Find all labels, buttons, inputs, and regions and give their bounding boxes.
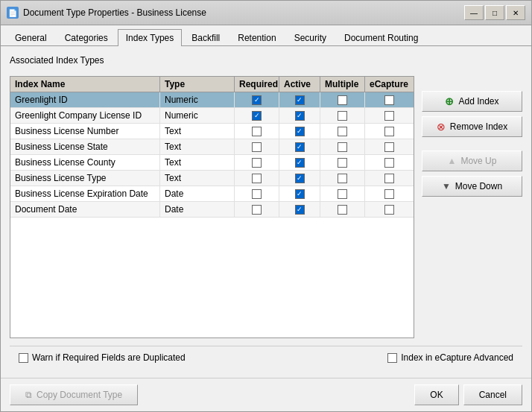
th-ecapture: eCapture	[365, 77, 414, 92]
tab-categories[interactable]: Categories	[57, 29, 116, 46]
warn-duplicated-checkbox[interactable]	[19, 353, 28, 363]
cell-multiple-0[interactable]	[320, 92, 365, 107]
cell-required-6[interactable]	[235, 186, 279, 201]
cell-required-3[interactable]	[235, 139, 279, 154]
cell-active-2[interactable]	[279, 124, 320, 139]
checkbox-multiple-1[interactable]	[338, 111, 347, 121]
table-row[interactable]: Document Date Date	[10, 202, 414, 218]
table-row[interactable]: Business License Number Text	[10, 124, 414, 139]
index-ecapture-checkbox[interactable]	[387, 353, 397, 363]
table-row[interactable]: Business License Type Text	[10, 171, 414, 186]
checkbox-active-1[interactable]	[295, 111, 305, 121]
cancel-button[interactable]: Cancel	[463, 384, 522, 405]
checkbox-active-4[interactable]	[295, 158, 305, 168]
tab-retention[interactable]: Retention	[229, 29, 284, 46]
cell-ecapture-7[interactable]	[365, 202, 414, 217]
checkbox-multiple-4[interactable]	[338, 158, 347, 168]
maximize-button[interactable]: □	[485, 5, 504, 20]
tab-document-routing[interactable]: Document Routing	[336, 29, 426, 46]
table-row[interactable]: Greenlight ID Numeric	[10, 92, 414, 108]
tab-index-types[interactable]: Index Types	[118, 29, 183, 46]
cell-required-1[interactable]	[235, 108, 279, 123]
checkbox-active-2[interactable]	[295, 127, 305, 136]
checkbox-ecapture-5[interactable]	[384, 174, 394, 183]
cell-multiple-6[interactable]	[320, 186, 365, 201]
table-row[interactable]: Business License County Text	[10, 155, 414, 171]
checkbox-multiple-5[interactable]	[338, 174, 347, 183]
checkbox-required-1[interactable]	[252, 111, 262, 121]
add-icon: ⊕	[445, 95, 454, 107]
checkbox-ecapture-3[interactable]	[384, 142, 394, 152]
checkbox-active-6[interactable]	[295, 189, 305, 199]
table-row[interactable]: Greenlight Company License ID Numeric	[10, 108, 414, 124]
index-table: Index Name Type Required Active Multiple…	[10, 76, 414, 338]
checkbox-ecapture-7[interactable]	[384, 205, 394, 215]
tab-backfill[interactable]: Backfill	[183, 29, 228, 46]
cell-multiple-3[interactable]	[320, 139, 365, 154]
cell-required-7[interactable]	[235, 202, 279, 217]
cell-name-3: Business License State	[10, 139, 160, 154]
cell-active-4[interactable]	[279, 155, 320, 170]
checkbox-multiple-0[interactable]	[338, 95, 347, 105]
checkbox-multiple-3[interactable]	[338, 142, 347, 152]
close-button[interactable]: ✕	[506, 5, 525, 20]
cell-ecapture-3[interactable]	[365, 139, 414, 154]
move-up-button[interactable]: ▲ Move Up	[422, 150, 522, 171]
cell-active-6[interactable]	[279, 186, 320, 201]
cell-multiple-5[interactable]	[320, 171, 365, 186]
checkbox-required-0[interactable]	[252, 95, 262, 105]
remove-index-button[interactable]: ⊗ Remove Index	[422, 116, 522, 137]
warn-duplicated-label[interactable]: Warn if Required Fields are Duplicated	[19, 352, 186, 363]
tab-security[interactable]: Security	[286, 29, 335, 46]
minimize-button[interactable]: —	[464, 5, 484, 20]
index-ecapture-label[interactable]: Index in eCapture Advanced	[387, 352, 513, 363]
checkbox-active-5[interactable]	[295, 174, 305, 183]
cell-required-4[interactable]	[235, 155, 279, 170]
cell-ecapture-1[interactable]	[365, 108, 414, 123]
cell-required-5[interactable]	[235, 171, 279, 186]
checkbox-multiple-6[interactable]	[338, 189, 347, 199]
move-down-button[interactable]: ▼ Move Down	[422, 176, 522, 197]
checkbox-required-4[interactable]	[252, 158, 262, 168]
cell-multiple-1[interactable]	[320, 108, 365, 123]
add-index-button[interactable]: ⊕ Add Index	[422, 91, 522, 112]
checkbox-active-0[interactable]	[295, 95, 305, 105]
ok-button[interactable]: OK	[414, 384, 458, 405]
table-row[interactable]: Business License State Text	[10, 139, 414, 155]
checkbox-multiple-2[interactable]	[338, 127, 347, 136]
checkbox-active-7[interactable]	[295, 205, 305, 215]
cell-type-5: Text	[160, 171, 235, 186]
cell-active-0[interactable]	[279, 92, 320, 107]
cell-ecapture-5[interactable]	[365, 171, 414, 186]
cell-active-3[interactable]	[279, 139, 320, 154]
tab-general[interactable]: General	[7, 29, 55, 46]
checkbox-multiple-7[interactable]	[338, 205, 347, 215]
checkbox-ecapture-6[interactable]	[384, 189, 394, 199]
checkbox-ecapture-4[interactable]	[384, 158, 394, 168]
checkbox-required-7[interactable]	[252, 205, 262, 215]
cell-active-7[interactable]	[279, 202, 320, 217]
checkbox-ecapture-1[interactable]	[384, 111, 394, 121]
checkbox-ecapture-0[interactable]	[384, 95, 394, 105]
cell-required-0[interactable]	[235, 92, 279, 107]
checkbox-active-3[interactable]	[295, 142, 305, 152]
table-row[interactable]: Business License Expiration Date Date	[10, 186, 414, 202]
cell-ecapture-2[interactable]	[365, 124, 414, 139]
th-index-name: Index Name	[10, 77, 160, 92]
copy-document-type-button[interactable]: ⧉ Copy Document Type	[10, 384, 138, 405]
checkbox-required-2[interactable]	[252, 127, 262, 136]
cell-multiple-7[interactable]	[320, 202, 365, 217]
checkbox-required-5[interactable]	[252, 174, 262, 183]
checkbox-required-6[interactable]	[252, 189, 262, 199]
cell-active-5[interactable]	[279, 171, 320, 186]
checkbox-required-3[interactable]	[252, 142, 262, 152]
cell-type-2: Text	[160, 124, 235, 139]
cell-ecapture-4[interactable]	[365, 155, 414, 170]
cell-active-1[interactable]	[279, 108, 320, 123]
checkbox-ecapture-2[interactable]	[384, 127, 394, 136]
cell-required-2[interactable]	[235, 124, 279, 139]
cell-multiple-2[interactable]	[320, 124, 365, 139]
cell-multiple-4[interactable]	[320, 155, 365, 170]
cell-ecapture-0[interactable]	[365, 92, 414, 107]
cell-ecapture-6[interactable]	[365, 186, 414, 201]
